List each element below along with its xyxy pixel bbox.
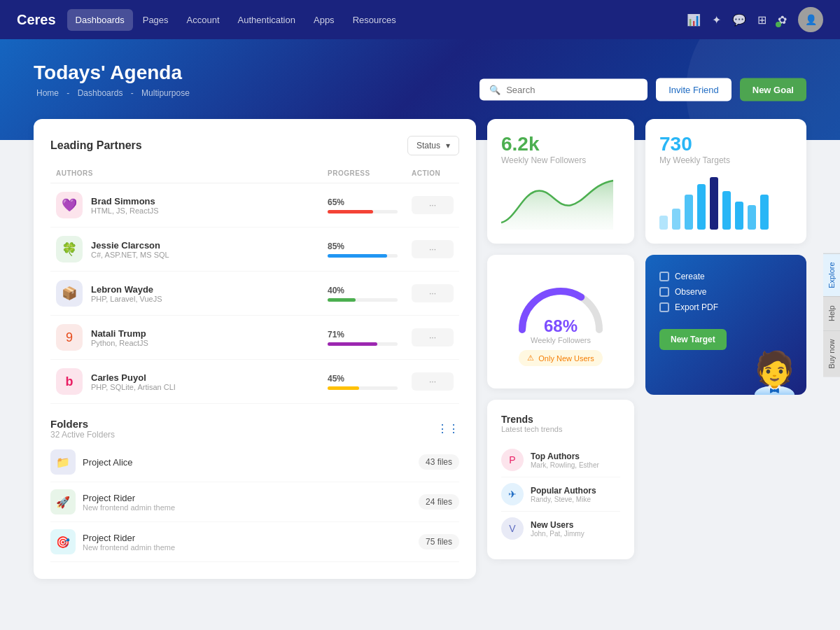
folder-row-3: 🎯 Project Rider New frontend admin theme… bbox=[50, 522, 459, 562]
trend-item-3: V New Users John, Pat, Jimmy bbox=[501, 512, 620, 545]
partner-row: 📦 Lebron Wayde PHP, Laravel, VueJS 40% ·… bbox=[50, 272, 459, 316]
promo-checkbox-1[interactable] bbox=[659, 272, 669, 281]
action-dots-4[interactable]: ··· bbox=[412, 328, 454, 346]
chart-icon[interactable]: 📊 bbox=[687, 13, 701, 27]
promo-option-2: Observe bbox=[659, 284, 792, 300]
side-tab-buy[interactable]: Buy now bbox=[823, 330, 840, 377]
nav-item-account[interactable]: Account bbox=[178, 9, 228, 31]
grid-icon[interactable]: ⊞ bbox=[757, 13, 766, 27]
progress-area-1: 65% bbox=[328, 197, 412, 214]
action-dots-5[interactable]: ··· bbox=[412, 372, 454, 391]
partner-info: b Carles Puyol PHP, SQLite, Artisan CLI bbox=[56, 368, 328, 395]
chat-icon[interactable]: 💬 bbox=[732, 13, 746, 27]
promo-checkbox-3[interactable] bbox=[659, 302, 669, 312]
partner-row: 💜 Brad Simmons HTML, JS, ReactJS 65% ··· bbox=[50, 183, 459, 227]
folder-info-2: 🚀 Project Rider New frontend admin theme bbox=[50, 489, 175, 514]
folder-count-2: 24 files bbox=[419, 494, 459, 510]
action-dots-3[interactable]: ··· bbox=[412, 284, 454, 302]
folder-row-2: 🚀 Project Rider New frontend admin theme… bbox=[50, 482, 459, 522]
partner-avatar-1: 💜 bbox=[56, 192, 83, 218]
new-target-button[interactable]: New Target bbox=[659, 329, 727, 350]
middle-panel: 6.2k Weekly New Followers bbox=[487, 119, 634, 579]
search-input[interactable] bbox=[506, 85, 638, 95]
folder-name-1: Project Alice bbox=[83, 457, 133, 468]
folder-row-1: 📁 Project Alice 43 files bbox=[50, 442, 459, 482]
partner-row: 🍀 Jessie Clarcson C#, ASP.NET, MS SQL 85… bbox=[50, 227, 459, 272]
folder-menu-icon[interactable]: ⋮⋮ bbox=[437, 422, 459, 435]
leading-partners-title: Leading Partners bbox=[50, 139, 142, 152]
trend-icon-3: V bbox=[501, 517, 524, 540]
partner-tech-1: HTML, JS, ReactJS bbox=[91, 206, 159, 215]
promo-option-1: Cereate bbox=[659, 269, 792, 284]
targets-label: My Weekly Targets bbox=[659, 155, 792, 165]
sparkle-icon[interactable]: ✦ bbox=[712, 13, 721, 27]
promo-card: Cereate Observe Export PDF New Target 🧑‍… bbox=[645, 255, 806, 395]
trend-icon-2: ✈ bbox=[501, 483, 524, 505]
side-tab-help[interactable]: Help bbox=[823, 297, 840, 330]
hero-actions: 🔍 Invite Friend New Goal bbox=[479, 78, 806, 102]
targets-number: 730 bbox=[659, 133, 792, 155]
weekly-followers-card: 68% Weekly Followers ⚠ Only New Users bbox=[487, 255, 634, 388]
partner-avatar-2: 🍀 bbox=[56, 236, 83, 262]
partner-tech-3: PHP, Laravel, VueJS bbox=[91, 295, 162, 303]
partner-avatar-5: b bbox=[56, 368, 83, 395]
navbar: Ceres Dashboards Pages Account Authentic… bbox=[0, 0, 840, 39]
followers-card: 6.2k Weekly New Followers bbox=[487, 119, 634, 244]
promo-option-3: Export PDF bbox=[659, 300, 792, 315]
folder-icon-1: 📁 bbox=[50, 449, 76, 475]
action-dots-2[interactable]: ··· bbox=[412, 240, 454, 258]
promo-checkbox-2[interactable] bbox=[659, 287, 669, 297]
folders-title: Folders bbox=[50, 418, 115, 430]
navbar-right: 📊 ✦ 💬 ⊞ ✿ 👤 bbox=[687, 7, 823, 32]
trend-people-3: John, Pat, Jimmy bbox=[531, 530, 584, 538]
trend-name-3: New Users bbox=[531, 520, 584, 530]
partner-name-2: Jessie Clarcson bbox=[91, 240, 169, 251]
followers-chart bbox=[501, 174, 620, 230]
right-panel: 730 My Weekly Targets bbox=[645, 119, 806, 579]
col-authors: AUTHORS bbox=[56, 169, 328, 177]
progress-area-5: 45% bbox=[328, 374, 412, 390]
nav-item-auth[interactable]: Authentication bbox=[230, 9, 304, 31]
trends-title: Trends bbox=[501, 414, 620, 425]
main-content: Leading Partners Status ▾ AUTHORS PROGRE… bbox=[0, 119, 840, 607]
promo-options: Cereate Observe Export PDF bbox=[659, 269, 792, 315]
partner-info: 🍀 Jessie Clarcson C#, ASP.NET, MS SQL bbox=[56, 236, 328, 262]
new-users-badge: ⚠ Only New Users bbox=[519, 350, 602, 366]
nav-item-resources[interactable]: Resources bbox=[344, 9, 405, 31]
folder-desc-2: New frontend admin theme bbox=[83, 503, 175, 512]
partner-tech-4: Python, ReactJS bbox=[91, 339, 148, 347]
folder-name-3: Project Rider bbox=[83, 533, 175, 543]
trends-card: Trends Latest tech trends P Top Authors … bbox=[487, 400, 634, 559]
folder-icon-2: 🚀 bbox=[50, 489, 76, 514]
weekly-followers-label: Weekly Followers bbox=[531, 336, 591, 344]
trend-item-1: P Top Authors Mark, Rowling, Esther bbox=[501, 443, 620, 477]
weekly-followers-pct: 68% bbox=[531, 316, 591, 336]
partner-tech-2: C#, ASP.NET, MS SQL bbox=[91, 251, 169, 259]
search-bar[interactable]: 🔍 bbox=[479, 79, 648, 101]
followers-number: 6.2k bbox=[501, 133, 620, 155]
user-avatar[interactable]: 👤 bbox=[798, 7, 823, 32]
folder-info-3: 🎯 Project Rider New frontend admin theme bbox=[50, 529, 175, 554]
partner-name-1: Brad Simmons bbox=[91, 196, 159, 206]
trend-name-1: Top Authors bbox=[531, 451, 599, 461]
nav-item-apps[interactable]: Apps bbox=[305, 9, 343, 31]
breadcrumb-dashboards[interactable]: Dashboards bbox=[78, 88, 123, 98]
online-indicator bbox=[776, 22, 781, 27]
nav-item-dashboards[interactable]: Dashboards bbox=[67, 9, 133, 31]
trends-subtitle: Latest tech trends bbox=[501, 425, 620, 433]
folder-count-1: 43 files bbox=[419, 454, 459, 470]
trend-name-2: Popular Authors bbox=[531, 486, 596, 496]
folder-count-3: 75 files bbox=[419, 534, 459, 550]
status-dropdown[interactable]: Status ▾ bbox=[407, 136, 459, 155]
nav-item-pages[interactable]: Pages bbox=[134, 9, 177, 31]
folder-desc-3: New frontend admin theme bbox=[83, 543, 175, 552]
invite-friend-button[interactable]: Invite Friend bbox=[656, 78, 732, 102]
trend-people-2: Randy, Steve, Mike bbox=[531, 496, 596, 503]
side-tab-explore[interactable]: Explore bbox=[823, 253, 840, 296]
action-dots-1[interactable]: ··· bbox=[412, 196, 454, 214]
breadcrumb-home[interactable]: Home bbox=[36, 88, 59, 98]
folders-count: 32 Active Folders bbox=[50, 430, 115, 440]
progress-area-2: 85% bbox=[328, 241, 412, 258]
search-icon: 🔍 bbox=[489, 85, 500, 95]
new-goal-button[interactable]: New Goal bbox=[740, 78, 806, 102]
